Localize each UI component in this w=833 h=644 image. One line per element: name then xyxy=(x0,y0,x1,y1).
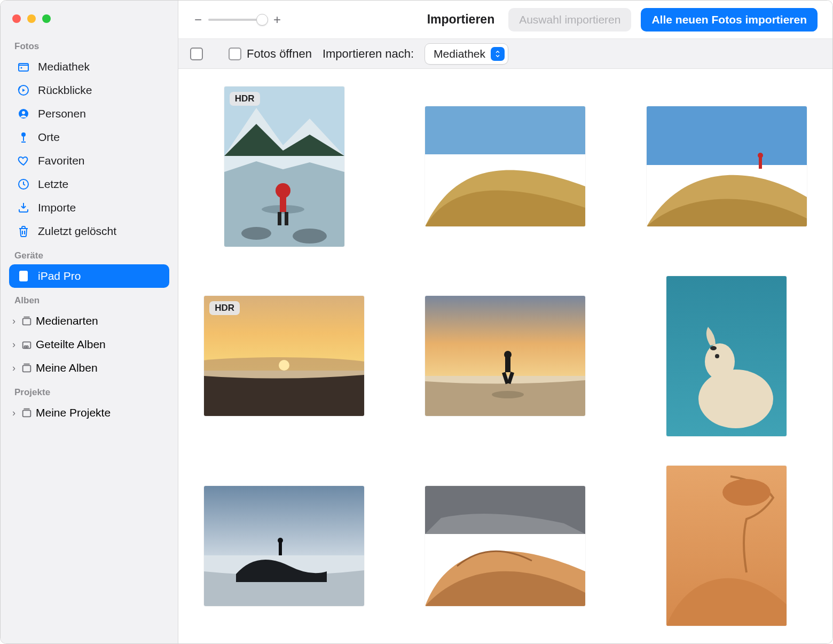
sidebar-item-favorites[interactable]: Favoriten xyxy=(9,149,169,172)
svg-point-43 xyxy=(705,343,735,380)
svg-rect-21 xyxy=(280,196,286,212)
sidebar-item-label: Zuletzt gelöscht xyxy=(38,225,116,238)
svg-point-49 xyxy=(278,538,283,543)
photo-thumb[interactable] xyxy=(647,106,807,226)
sidebar-item-shared-albums[interactable]: › Geteilte Alben xyxy=(9,333,169,356)
zoom-out-button[interactable]: − xyxy=(193,12,203,27)
sidebar-item-my-albums[interactable]: › Meine Alben xyxy=(9,356,169,380)
open-photos-checkbox[interactable] xyxy=(229,48,241,60)
svg-point-36 xyxy=(504,351,512,358)
photo-placeholder-icon xyxy=(647,106,807,226)
svg-point-42 xyxy=(698,370,773,428)
svg-point-29 xyxy=(758,153,763,158)
page-title: Importieren xyxy=(427,12,495,27)
main-content: − + Importieren Auswahl importieren Alle… xyxy=(178,1,832,643)
sidebar-section-devices-title: Geräte xyxy=(9,243,169,264)
open-photos-label: Fotos öffnen xyxy=(247,47,312,61)
photo-grid: HDR xyxy=(178,69,832,643)
photo-placeholder-icon xyxy=(425,486,585,606)
sidebar: Fotos Mediathek Rückblicke Personen Orte xyxy=(1,1,178,643)
toolbar: − + Importieren Auswahl importieren Alle… xyxy=(178,1,832,39)
svg-rect-28 xyxy=(759,157,762,169)
sidebar-item-recent[interactable]: Letzte xyxy=(9,172,169,196)
photo-thumb[interactable] xyxy=(425,106,585,226)
svg-point-5 xyxy=(21,132,26,137)
heart-icon xyxy=(17,154,30,168)
sidebar-item-label: Importe xyxy=(38,201,76,214)
sidebar-item-my-projects[interactable]: › Meine Projekte xyxy=(9,401,169,425)
dropdown-arrow-icon xyxy=(491,47,505,61)
import-selection-button: Auswahl importieren xyxy=(508,8,631,32)
zoom-slider-knob[interactable] xyxy=(256,14,268,26)
svg-rect-27 xyxy=(647,106,807,165)
open-photos-checkbox-group[interactable]: Fotos öffnen xyxy=(229,47,312,61)
sidebar-item-label: Rückblicke xyxy=(38,84,92,97)
hdr-badge: HDR xyxy=(230,92,260,106)
photo-thumb[interactable]: HDR xyxy=(204,296,364,416)
svg-rect-37 xyxy=(505,357,510,372)
chevron-right-icon: › xyxy=(10,363,18,374)
chevron-right-icon: › xyxy=(10,339,18,350)
svg-point-25 xyxy=(293,229,327,244)
chevron-right-icon: › xyxy=(10,407,18,419)
sidebar-item-device-ipad[interactable]: iPad Pro xyxy=(9,264,169,288)
svg-rect-8 xyxy=(23,318,31,325)
svg-rect-46 xyxy=(204,486,364,555)
album-icon xyxy=(20,361,34,375)
photo-thumb[interactable] xyxy=(666,466,787,626)
sidebar-item-recently-deleted[interactable]: Zuletzt gelöscht xyxy=(9,219,169,243)
library-icon xyxy=(17,60,30,74)
fullscreen-window-button[interactable] xyxy=(42,14,51,23)
sidebar-item-label: iPad Pro xyxy=(38,270,81,282)
hdr-badge: HDR xyxy=(209,301,240,315)
import-destination-dropdown[interactable]: Mediathek xyxy=(425,43,508,65)
sidebar-item-people[interactable]: Personen xyxy=(9,102,169,125)
photo-thumb[interactable] xyxy=(425,486,585,606)
svg-point-40 xyxy=(492,391,524,398)
svg-point-4 xyxy=(22,111,25,114)
photo-thumb[interactable] xyxy=(204,486,364,606)
sidebar-item-memories[interactable]: Rückblicke xyxy=(9,78,169,102)
import-all-button[interactable]: Alle neuen Fotos importieren xyxy=(641,8,818,32)
zoom-in-button[interactable]: + xyxy=(272,12,282,27)
svg-point-11 xyxy=(26,346,28,348)
memories-icon xyxy=(17,83,30,97)
minimize-window-button[interactable] xyxy=(27,14,36,23)
svg-point-52 xyxy=(722,479,771,506)
svg-point-20 xyxy=(276,183,290,198)
svg-rect-13 xyxy=(23,410,31,417)
sidebar-item-media-types[interactable]: › Medienarten xyxy=(9,309,169,333)
sidebar-item-places[interactable]: Orte xyxy=(9,125,169,149)
shared-album-icon xyxy=(20,337,34,351)
sidebar-item-label: Favoriten xyxy=(38,154,85,167)
sidebar-item-library[interactable]: Mediathek xyxy=(9,55,169,78)
photo-thumb[interactable] xyxy=(425,296,585,416)
photo-placeholder-icon xyxy=(425,296,585,416)
window-controls xyxy=(9,11,169,34)
zoom-control: − + xyxy=(193,12,282,27)
svg-rect-12 xyxy=(23,365,31,372)
photo-thumb[interactable]: HDR xyxy=(224,87,344,247)
import-destination-value: Mediathek xyxy=(434,48,485,60)
clock-icon xyxy=(17,177,30,191)
svg-point-24 xyxy=(241,227,271,240)
sidebar-item-label: Personen xyxy=(38,107,86,120)
photo-thumb[interactable] xyxy=(666,276,787,436)
photo-placeholder-icon xyxy=(666,466,787,626)
sidebar-item-label: Geteilte Alben xyxy=(36,338,106,351)
svg-point-45 xyxy=(710,346,717,350)
close-window-button[interactable] xyxy=(12,14,21,23)
sidebar-section-albums-title: Alben xyxy=(9,288,169,309)
sidebar-section-projects-title: Projekte xyxy=(9,380,169,401)
zoom-slider[interactable] xyxy=(208,19,267,21)
sidebar-item-label: Orte xyxy=(38,131,60,144)
sidebar-item-label: Meine Projekte xyxy=(36,406,111,419)
select-all-checkbox[interactable] xyxy=(190,48,203,60)
trash-icon xyxy=(17,224,30,238)
sidebar-item-imports[interactable]: Importe xyxy=(9,196,169,219)
sidebar-section-fotos-title: Fotos xyxy=(9,34,169,55)
app-window: Fotos Mediathek Rückblicke Personen Orte xyxy=(0,0,833,644)
import-icon xyxy=(17,201,30,215)
sidebar-item-label: Mediathek xyxy=(38,60,90,73)
svg-point-44 xyxy=(715,354,719,358)
